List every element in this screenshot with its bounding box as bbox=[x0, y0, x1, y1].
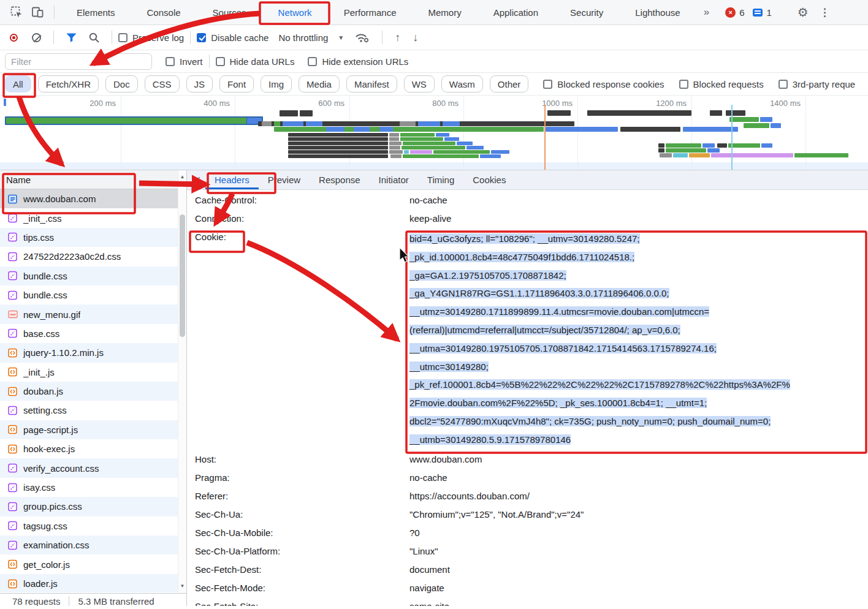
issues-icon[interactable] bbox=[753, 9, 763, 17]
tab-elements[interactable]: Elements bbox=[61, 0, 131, 25]
filter-row: Invert Hide data URLs Hide extension URL… bbox=[0, 50, 868, 73]
request-row[interactable]: tips.css bbox=[0, 228, 186, 247]
request-row[interactable]: setting.css bbox=[0, 401, 186, 420]
device-toolbar-icon[interactable] bbox=[27, 0, 48, 25]
filter-chip-doc[interactable]: Doc bbox=[105, 75, 138, 93]
detail-tab-timing[interactable]: Timing bbox=[418, 170, 463, 189]
request-list: www.douban.com_init_.csstips.css247522d2… bbox=[0, 189, 186, 592]
filter-chip-img[interactable]: Img bbox=[261, 75, 292, 93]
header-row: Host:www.douban.com bbox=[187, 450, 868, 469]
disable-cache-checkbox[interactable] bbox=[197, 33, 206, 42]
third-party-requests-checkbox[interactable] bbox=[779, 80, 788, 89]
filter-chip-css[interactable]: CSS bbox=[145, 75, 180, 93]
record-network-log-icon[interactable] bbox=[10, 34, 18, 42]
tab-network[interactable]: Network bbox=[262, 0, 328, 25]
blocked-response-cookies-checkbox[interactable] bbox=[543, 80, 552, 89]
request-row[interactable]: douban.js bbox=[0, 382, 186, 401]
request-row[interactable]: base.css bbox=[0, 324, 186, 343]
request-row[interactable]: examination.css bbox=[0, 535, 186, 554]
blocked-requests-checkbox[interactable] bbox=[679, 80, 688, 89]
timeline-tick-label: 800 ms bbox=[409, 99, 459, 108]
import-har-icon[interactable]: ↑ bbox=[395, 31, 400, 44]
detail-tab-response[interactable]: Response bbox=[310, 170, 370, 189]
network-conditions-icon[interactable] bbox=[355, 32, 370, 44]
filter-chip-all[interactable]: All bbox=[5, 75, 31, 93]
requests-scrollbar[interactable]: ▲ ▼ bbox=[178, 170, 186, 593]
more-tabs-icon[interactable]: » bbox=[696, 6, 717, 18]
detail-tab-initiator[interactable]: Initiator bbox=[370, 170, 418, 189]
request-name: bundle.css bbox=[23, 271, 67, 281]
timeline-gridline bbox=[691, 96, 692, 170]
blocked-requests-item: Blocked requests bbox=[679, 79, 764, 89]
request-row[interactable]: page-script.js bbox=[0, 420, 186, 439]
request-row[interactable]: hook-exec.js bbox=[0, 439, 186, 458]
tab-sources[interactable]: Sources bbox=[197, 0, 262, 25]
tab-console[interactable]: Console bbox=[131, 0, 197, 25]
close-details-icon[interactable]: × bbox=[189, 170, 205, 189]
filter-chip-other[interactable]: Other bbox=[490, 75, 529, 93]
header-name: Sec-Fetch-Dest: bbox=[195, 561, 409, 579]
hide-extension-urls-checkbox[interactable] bbox=[308, 57, 317, 66]
filter-chip-wasm[interactable]: Wasm bbox=[441, 75, 483, 93]
waterfall-bar bbox=[280, 110, 298, 116]
waterfall-bar bbox=[288, 137, 388, 141]
filter-chip-fetch-xhr[interactable]: Fetch/XHR bbox=[38, 75, 99, 93]
cookie-header-value[interactable]: bid=4_uGc3ofyzs; ll="108296"; __utmv=301… bbox=[409, 228, 868, 450]
request-row[interactable]: tagsug.css bbox=[0, 516, 186, 535]
tab-performance[interactable]: Performance bbox=[328, 0, 413, 25]
request-row[interactable]: www.douban.com bbox=[0, 189, 186, 208]
export-har-icon[interactable]: ↓ bbox=[413, 31, 418, 44]
settings-gear-icon[interactable]: ⚙ bbox=[798, 5, 809, 20]
detail-tab-headers[interactable]: Headers bbox=[205, 170, 259, 189]
scroll-down-icon[interactable]: ▼ bbox=[178, 582, 186, 591]
request-row[interactable]: get_color.js bbox=[0, 554, 186, 573]
js-file-icon bbox=[8, 367, 18, 377]
request-row[interactable]: _init_.css bbox=[0, 208, 186, 227]
tab-memory[interactable]: Memory bbox=[413, 0, 478, 25]
request-row[interactable]: bundle.css bbox=[0, 267, 186, 286]
search-icon[interactable] bbox=[89, 32, 99, 43]
filter-chip-js[interactable]: JS bbox=[186, 75, 213, 93]
filter-funnel-icon[interactable] bbox=[66, 33, 77, 42]
filter-chip-manifest[interactable]: Manifest bbox=[346, 75, 397, 93]
cookie-line-selected-text: (referral)|utmcmd=referral|utmcct=/subje… bbox=[409, 325, 680, 335]
filter-chip-font[interactable]: Font bbox=[219, 75, 254, 93]
detail-tab-cookies[interactable]: Cookies bbox=[463, 170, 515, 189]
request-row[interactable]: 247522d2223a0c2d.css bbox=[0, 247, 186, 266]
throttling-caret-icon[interactable]: ▼ bbox=[338, 34, 344, 41]
detail-tab-bar: × HeadersPreviewResponseInitiatorTimingC… bbox=[187, 170, 868, 190]
request-row[interactable]: newnew_menu.gif bbox=[0, 304, 186, 323]
cookie-line-row: __utma=30149280.1975105705.1708871842.17… bbox=[409, 339, 868, 358]
request-row[interactable]: _init_.js bbox=[0, 363, 186, 382]
detail-tab-preview[interactable]: Preview bbox=[259, 170, 310, 189]
filter-input[interactable] bbox=[5, 53, 152, 70]
scroll-up-icon[interactable]: ▲ bbox=[178, 173, 186, 181]
invert-checkbox[interactable] bbox=[166, 57, 175, 66]
tab-application[interactable]: Application bbox=[478, 0, 554, 25]
waterfall-bar bbox=[457, 142, 473, 145]
inspect-element-icon[interactable] bbox=[6, 0, 27, 25]
request-row[interactable]: bundle.css bbox=[0, 286, 186, 304]
tab-security[interactable]: Security bbox=[554, 0, 619, 25]
scrollbar-thumb[interactable] bbox=[180, 214, 185, 337]
kebab-menu-icon[interactable]: ⋮ bbox=[820, 6, 830, 19]
request-row[interactable]: verify_account.css bbox=[0, 458, 186, 477]
preserve-log-checkbox[interactable] bbox=[118, 33, 128, 42]
tab-lighthouse[interactable]: Lighthouse bbox=[619, 0, 696, 25]
request-row[interactable]: group.pics.css bbox=[0, 497, 186, 516]
network-overview-timeline[interactable]: 200 ms400 ms600 ms800 ms1000 ms1200 ms14… bbox=[0, 96, 868, 170]
request-row[interactable]: jquery-1.10.2.min.js bbox=[0, 343, 186, 362]
waterfall-bar bbox=[710, 110, 722, 116]
name-column-header[interactable]: Name bbox=[0, 170, 186, 189]
request-row[interactable]: loader.js bbox=[0, 574, 186, 592]
request-row[interactable]: isay.css bbox=[0, 478, 186, 497]
waterfall-bar bbox=[711, 153, 793, 157]
filter-chip-media[interactable]: Media bbox=[299, 75, 340, 93]
resource-type-filter-row: AllFetch/XHRDocCSSJSFontImgMediaManifest… bbox=[0, 73, 868, 96]
clear-network-log-icon[interactable] bbox=[32, 33, 41, 42]
hide-data-urls-checkbox[interactable] bbox=[216, 57, 225, 66]
third-party-requests-item: 3rd-party reque bbox=[779, 79, 856, 89]
filter-chip-ws[interactable]: WS bbox=[404, 75, 435, 93]
throttling-select[interactable]: No throttling bbox=[278, 32, 328, 43]
error-badge-icon[interactable]: × bbox=[725, 7, 736, 18]
